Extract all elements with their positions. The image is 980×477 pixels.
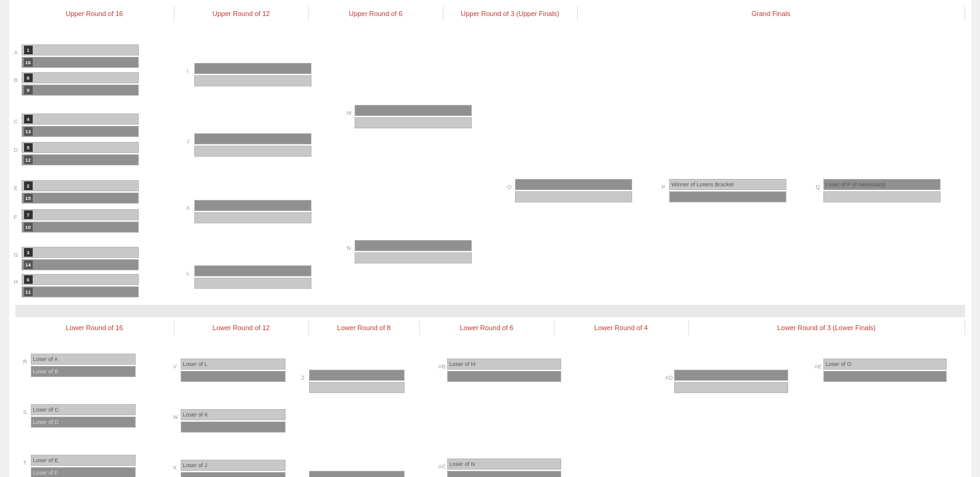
lower-match-T: T Loser of E Loser of F: [31, 455, 136, 477]
lower-match-R: R Loser of A Loser of B: [31, 354, 136, 377]
lower-r8-header: Lower Round of 8: [309, 320, 420, 335]
lower-r4-header: Lower Round of 4: [554, 320, 689, 335]
seed-8: 8: [24, 73, 33, 82]
section-divider: [15, 305, 965, 317]
lower-bracket-svg: [15, 335, 965, 477]
upper-round-headers: Upper Round of 16 Upper Round of 12 Uppe…: [15, 6, 965, 21]
match-E: E 2 15: [22, 180, 139, 204]
lower-r6-header: Lower Round of 6: [420, 320, 554, 335]
loser-D-team: Loser of D: [31, 417, 136, 428]
match-I-label: I: [187, 68, 189, 74]
upper-r6-header: Upper Round of 6: [309, 6, 443, 21]
match-V-label: V: [173, 363, 177, 370]
seed-4: 4: [24, 115, 33, 123]
seed-12: 12: [24, 156, 33, 164]
loser-F-team: Loser of F: [31, 467, 136, 477]
loser-M-team: Loser of M: [447, 359, 561, 370]
match-Q-label: Q: [816, 184, 820, 190]
upper-bracket-area: A 1 16 B 8 9 C 4 13 D 5 12 E 2 15 F: [15, 21, 965, 302]
seed-5: 5: [24, 143, 33, 152]
match-M-label: M: [347, 110, 352, 116]
match-B: B 8 9: [22, 72, 139, 96]
match-H: H 6 11: [22, 274, 139, 297]
loser-A-team: Loser of A: [31, 354, 136, 365]
upper-r16-header: Upper Round of 16: [15, 6, 175, 21]
group-R-label: R: [23, 359, 28, 365]
loser-E-team: Loser of E: [31, 455, 136, 466]
group-A-label: A: [14, 49, 18, 56]
match-AB-label: AB: [439, 363, 446, 370]
match-L: L: [194, 265, 311, 289]
seed-16: 16: [24, 58, 33, 67]
match-AD-label: AD: [665, 375, 673, 381]
group-D-label: D: [14, 147, 19, 153]
bracket-container: Upper Round of 16 Upper Round of 12 Uppe…: [9, 0, 971, 477]
group-B-label: B: [14, 77, 18, 83]
seed-7: 7: [24, 210, 33, 219]
match-I: I: [194, 63, 311, 86]
upper-r3-header: Upper Round of 3 (Upper Finals): [443, 6, 578, 21]
group-C-label: C: [14, 118, 19, 125]
seed-3: 3: [24, 248, 33, 257]
lower-match-AE: AE Loser of O: [823, 359, 947, 382]
group-G-label: G: [14, 252, 19, 258]
group-H-label: H: [14, 279, 19, 285]
seed-2: 2: [24, 181, 33, 190]
loser-J-team: Loser of J: [181, 460, 286, 471]
loser-N-team: Loser of N: [447, 458, 561, 470]
winner-losers-bracket: Winner of Losers Bracket: [669, 179, 786, 190]
grand-finals-header: Grand Finals: [578, 6, 965, 21]
match-G: G 3 14: [22, 247, 139, 270]
match-O: O: [515, 179, 632, 202]
lower-match-AA: AA: [309, 471, 405, 477]
match-K: K: [194, 200, 311, 223]
group-F-label: F: [14, 214, 18, 220]
upper-r12-header: Upper Round of 12: [175, 6, 309, 21]
seed-9: 9: [24, 86, 33, 94]
seed-1: 1: [24, 46, 33, 54]
lower-match-AC: AC Loser of N: [447, 458, 561, 477]
match-L-label: L: [187, 270, 190, 276]
lower-bracket-area: R Loser of A Loser of B S Loser of C Los…: [15, 335, 965, 477]
seed-14: 14: [24, 260, 33, 269]
match-F: F 7 10: [22, 209, 139, 233]
upper-bracket-svg: [15, 21, 965, 302]
match-J: J: [194, 133, 311, 157]
match-AE-label: AE: [815, 363, 822, 370]
match-W-label: W: [173, 414, 179, 420]
lower-match-X: X Loser of J: [181, 460, 286, 477]
match-P-label: P: [662, 184, 665, 190]
match-C: C 4 13: [22, 114, 139, 137]
loser-K-team: Loser of K: [181, 409, 286, 420]
match-J-label: J: [187, 138, 190, 144]
lower-match-S: S Loser of C Loser of D: [31, 404, 136, 428]
seed-6: 6: [24, 275, 33, 284]
match-K-label: K: [187, 205, 191, 211]
lower-round-headers: Lower Round of 16 Lower Round of 12 Lowe…: [15, 320, 965, 335]
match-N-label: N: [347, 245, 352, 251]
match-X-label: X: [173, 465, 177, 471]
match-A: A 1 16: [22, 44, 139, 68]
loser-C-team: Loser of C: [31, 404, 136, 415]
loser-B-team: Loser of B: [31, 366, 136, 377]
seed-15: 15: [24, 194, 33, 202]
group-T-label: T: [23, 460, 27, 466]
lower-match-AB: AB Loser of M: [447, 359, 561, 382]
lower-match-AD: AD: [674, 370, 788, 393]
seed-11: 11: [24, 288, 33, 296]
loser-O-team: Loser of O: [823, 359, 947, 370]
match-O-label: O: [508, 184, 512, 190]
match-D: D 5 12: [22, 142, 139, 165]
loser-of-P: Loser of P (if necessary): [823, 179, 941, 190]
lower-match-Z: Z: [309, 370, 405, 393]
group-E-label: E: [14, 185, 18, 191]
loser-L-team: Loser of L: [181, 359, 286, 370]
group-S-label: S: [23, 409, 27, 415]
seed-10: 10: [24, 223, 33, 231]
match-Z-label: Z: [302, 375, 305, 381]
lower-match-W: W Loser of K: [181, 409, 286, 433]
lower-r3-header: Lower Round of 3 (Lower Finals): [689, 320, 965, 335]
match-M: M: [355, 105, 472, 128]
match-N: N: [355, 240, 472, 263]
lower-match-V: V Loser of L: [181, 359, 286, 382]
